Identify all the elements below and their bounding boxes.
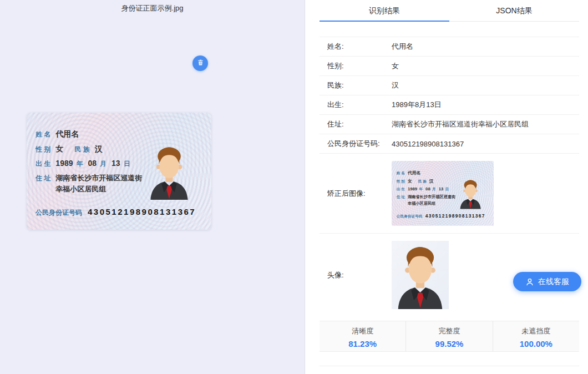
card-idnumber-row: 公民身份证号码 430512198908131367 bbox=[36, 207, 196, 218]
ocr-demo-page: 身份证正面示例.jpg 姓 名 代用名 性 别 女 民 族 汉 出 生 bbox=[0, 0, 588, 374]
card-birth-label: 出 生 bbox=[397, 186, 405, 191]
card-address-row: 住 址 湖南省长沙市开福区巡道街 幸福小区居民组 bbox=[36, 173, 146, 195]
table-row-birth: 出生: 1989年8月13日 bbox=[320, 95, 579, 115]
card-name-value: 代用名 bbox=[55, 129, 79, 139]
uploaded-filename: 身份证正面示例.jpg bbox=[0, 3, 305, 13]
table-row-name: 姓名: 代用名 bbox=[320, 37, 579, 57]
card-birth-row: 出 生 1989 年 08 月 13 日 bbox=[397, 186, 452, 192]
stat-value: 99.52% bbox=[406, 339, 492, 348]
card-birth-row: 出 生 1989 年 08 月 13 日 bbox=[36, 159, 135, 169]
card-address-value: 湖南省长沙市开福区巡道街 幸福小区居民组 bbox=[408, 194, 455, 206]
card-address-label: 住 址 bbox=[397, 195, 405, 200]
card-address-line2: 幸福小区居民组 bbox=[408, 201, 435, 205]
card-idnumber-label: 公民身份证号码 bbox=[36, 208, 82, 218]
card-idnumber-label: 公民身份证号码 bbox=[397, 214, 422, 219]
stat-value: 81.23% bbox=[320, 339, 405, 348]
card-birth-year-char: 年 bbox=[77, 159, 83, 169]
field-value: 430512198908131367 bbox=[392, 140, 464, 148]
card-name-row: 姓 名 代用名 bbox=[36, 129, 82, 139]
card-name-label: 姓 名 bbox=[397, 170, 405, 175]
card-birth-label: 出 生 bbox=[36, 159, 50, 169]
person-headset-icon bbox=[525, 277, 534, 286]
field-label: 矫正后图像: bbox=[320, 189, 392, 199]
card-gender-value: 女 bbox=[408, 179, 412, 184]
card-birth-day-char: 日 bbox=[124, 159, 130, 169]
card-birth-month: 08 bbox=[88, 159, 97, 168]
card-birth-year: 1989 bbox=[55, 159, 73, 168]
bottom-divider bbox=[320, 366, 579, 366]
tab-recognition-result[interactable]: 识别结果 bbox=[320, 0, 449, 21]
recognition-result-panel: 识别结果 JSON结果 姓名: 代用名 性别: 女 民族: 汉 出生: 1989… bbox=[306, 0, 588, 374]
card-birth-month-char: 月 bbox=[100, 159, 107, 169]
card-birth-day-char: 日 bbox=[445, 186, 449, 191]
card-address-line1: 湖南省长沙市开福区巡道街 bbox=[408, 195, 455, 199]
field-value: 湖南省长沙市开福区巡道街幸福小区居民组 bbox=[392, 119, 529, 129]
field-value: 汉 bbox=[392, 80, 399, 90]
card-address-line1: 湖南省长沙市开福区巡道街 bbox=[55, 174, 142, 182]
stat-label: 完整度 bbox=[406, 326, 492, 336]
card-birth-year: 1989 bbox=[408, 186, 417, 191]
card-gender-value: 女 bbox=[55, 144, 63, 154]
idcard-preview-small: 姓 名 代用名 性 别 女 民 族 汉 出 生 1989 年 bbox=[392, 161, 494, 226]
card-address-line2: 幸福小区居民组 bbox=[55, 185, 106, 193]
card-gender-label: 性 别 bbox=[397, 179, 405, 184]
table-row-address: 住址: 湖南省长沙市开福区巡道街幸福小区居民组 bbox=[320, 115, 579, 134]
idcard-preview-large: 姓 名 代用名 性 别 女 民 族 汉 出 生 1989 年 08 月 13 日 bbox=[27, 113, 211, 230]
field-value: 代用名 bbox=[392, 42, 413, 52]
delete-image-button[interactable] bbox=[192, 55, 208, 71]
table-row-ethnic: 民族: 汉 bbox=[320, 76, 579, 95]
field-label: 公民身份证号码: bbox=[320, 139, 392, 149]
stat-unobstructed: 未遮挡度 100.00% bbox=[493, 321, 579, 351]
field-value: 女 bbox=[392, 61, 399, 71]
result-tabs: 识别结果 JSON结果 bbox=[320, 0, 579, 22]
field-label: 性别: bbox=[320, 61, 392, 71]
avatar-image bbox=[392, 241, 449, 309]
card-gender-row: 性 别 女 民 族 汉 bbox=[36, 144, 106, 154]
card-ethnic-label: 民 族 bbox=[74, 145, 89, 154]
card-name-value: 代用名 bbox=[408, 170, 420, 176]
field-label: 民族: bbox=[320, 80, 392, 90]
card-birth-month: 08 bbox=[425, 186, 430, 191]
tab-json-result[interactable]: JSON结果 bbox=[449, 0, 579, 21]
card-address-row: 住 址 湖南省长沙市开福区巡道街 幸福小区居民组 bbox=[397, 194, 458, 206]
online-service-button[interactable]: 在线客服 bbox=[513, 272, 581, 291]
card-ethnic-label: 民 族 bbox=[418, 179, 427, 184]
card-ethnic-value: 汉 bbox=[95, 144, 103, 154]
card-idnumber-value: 430512198908131367 bbox=[425, 213, 485, 218]
stat-completeness: 完整度 99.52% bbox=[405, 321, 492, 351]
card-gender-row: 性 别 女 民 族 汉 bbox=[397, 179, 435, 184]
card-birth-month-char: 月 bbox=[432, 186, 436, 191]
card-name-label: 姓 名 bbox=[36, 130, 50, 139]
stat-clarity: 清晰度 81.23% bbox=[320, 321, 405, 351]
card-birth-day: 13 bbox=[439, 186, 444, 191]
card-idnumber-value: 430512198908131367 bbox=[88, 207, 196, 216]
card-portrait bbox=[458, 169, 483, 209]
card-birth-day: 13 bbox=[111, 159, 120, 168]
card-birth-year-char: 年 bbox=[419, 186, 423, 191]
online-service-label: 在线客服 bbox=[538, 277, 569, 287]
card-gender-label: 性 别 bbox=[36, 145, 50, 154]
stat-label: 未遮挡度 bbox=[493, 326, 579, 336]
stat-value: 100.00% bbox=[493, 339, 579, 348]
field-label: 姓名: bbox=[320, 42, 392, 52]
field-value: 1989年8月13日 bbox=[392, 100, 442, 110]
uploaded-idcard-image: 姓 名 代用名 性 别 女 民 族 汉 出 生 1989 年 08 月 13 日 bbox=[27, 113, 211, 230]
card-idnumber-row: 公民身份证号码 430512198908131367 bbox=[397, 213, 485, 219]
card-address-value: 湖南省长沙市开福区巡道街 幸福小区居民组 bbox=[55, 173, 142, 195]
card-ethnic-value: 汉 bbox=[429, 179, 434, 184]
field-label: 出生: bbox=[320, 100, 392, 110]
field-label: 住址: bbox=[320, 119, 392, 129]
stat-label: 清晰度 bbox=[320, 326, 405, 336]
quality-stats-bar: 清晰度 81.23% 完整度 99.52% 未遮挡度 100.00% bbox=[320, 321, 579, 352]
field-label: 头像: bbox=[320, 270, 392, 280]
card-address-label: 住 址 bbox=[36, 174, 50, 183]
table-row-corrected-image: 矫正后图像: 姓 名 代用名 性 别 女 民 族 汉 bbox=[320, 154, 579, 234]
table-row-gender: 性别: 女 bbox=[320, 57, 579, 76]
trash-icon bbox=[197, 59, 204, 68]
upload-preview-panel: 身份证正面示例.jpg 姓 名 代用名 性 别 女 民 族 汉 出 生 bbox=[0, 0, 305, 374]
corrected-idcard-image: 姓 名 代用名 性 别 女 民 族 汉 出 生 1989 年 bbox=[392, 161, 494, 226]
card-portrait bbox=[147, 128, 191, 200]
table-row-idnumber: 公民身份证号码: 430512198908131367 bbox=[320, 134, 579, 154]
card-name-row: 姓 名 代用名 bbox=[397, 170, 423, 176]
